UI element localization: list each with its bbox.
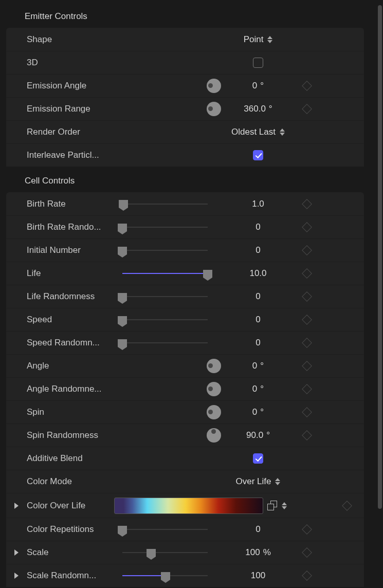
- row-3d: 3D: [6, 51, 364, 74]
- stepper-icon: [275, 478, 280, 485]
- keyframe-life-rand[interactable]: [302, 291, 312, 302]
- stepper-icon[interactable]: [282, 502, 287, 509]
- value-spin[interactable]: 0°: [222, 407, 294, 417]
- slider-color-repetitions[interactable]: [119, 524, 211, 535]
- label-additive-blend: Additive Blend: [27, 453, 119, 464]
- slider-life[interactable]: [119, 268, 211, 279]
- row-speed-rand: Speed Randomn... 0: [6, 331, 364, 354]
- slider-speed-rand[interactable]: [119, 338, 211, 348]
- disclosure-scale[interactable]: [14, 549, 19, 556]
- slider-birth-rate[interactable]: [119, 199, 211, 209]
- value-speed-rand[interactable]: 0: [222, 338, 294, 348]
- label-interleave: Interleave Particl...: [27, 150, 119, 160]
- cell-section: Birth Rate 1.0 Birth Rate Rando... 0: [6, 192, 364, 587]
- stepper-icon: [267, 36, 272, 43]
- slider-birth-rate-rand[interactable]: [119, 222, 211, 232]
- slider-speed[interactable]: [119, 315, 211, 325]
- color-mode-value: Over Life: [236, 476, 271, 487]
- row-additive-blend: Additive Blend: [6, 447, 364, 470]
- row-shape: Shape Point: [6, 28, 364, 51]
- value-initial-number[interactable]: 0: [222, 245, 294, 255]
- row-life-rand: Life Randomness 0: [6, 285, 364, 308]
- row-emission-range: Emission Range 360.0 °: [6, 97, 364, 120]
- keyframe-spin[interactable]: [302, 407, 312, 417]
- value-birth-rate-rand[interactable]: 0: [222, 222, 294, 232]
- slider-scale-rand[interactable]: [119, 571, 211, 581]
- row-angle: Angle 0°: [6, 354, 364, 377]
- keyframe-life[interactable]: [302, 268, 312, 279]
- dial-emission-range[interactable]: [207, 102, 221, 116]
- dial-emission-angle[interactable]: [207, 79, 221, 93]
- disclosure-scale-rand[interactable]: [14, 573, 19, 579]
- checkbox-interleave[interactable]: [253, 150, 263, 160]
- value-life[interactable]: 10.0: [222, 268, 294, 279]
- checkbox-3d[interactable]: [253, 58, 263, 68]
- row-color-repetitions: Color Repetitions 0: [6, 518, 364, 541]
- keyframe-angle-rand[interactable]: [302, 384, 312, 394]
- row-initial-number: Initial Number 0: [6, 238, 364, 262]
- row-spin-rand: Spin Randomness 90.0°: [6, 424, 364, 447]
- stepper-icon: [280, 128, 285, 136]
- label-life-rand: Life Randomness: [27, 291, 119, 302]
- label-speed-rand: Speed Randomn...: [27, 338, 119, 348]
- keyframe-birth-rate[interactable]: [302, 199, 312, 209]
- row-color-over-life: Color Over Life: [6, 493, 364, 518]
- gradient-preset-icon[interactable]: [267, 501, 278, 511]
- value-emission-range[interactable]: 360.0 °: [222, 104, 294, 114]
- label-3d: 3D: [27, 58, 119, 68]
- label-angle: Angle: [27, 361, 119, 371]
- value-scale[interactable]: 100%: [222, 547, 294, 558]
- keyframe-spin-rand[interactable]: [302, 430, 312, 440]
- keyframe-initial-number[interactable]: [302, 245, 312, 255]
- label-shape: Shape: [27, 34, 119, 45]
- scrollbar[interactable]: [378, 5, 382, 509]
- keyframe-angle[interactable]: [302, 361, 312, 371]
- slider-initial-number[interactable]: [119, 245, 211, 255]
- slider-scale[interactable]: [119, 547, 211, 558]
- row-interleave: Interleave Particl...: [6, 143, 364, 167]
- slider-life-rand[interactable]: [119, 291, 211, 302]
- inspector-panel: Emitter Controls Shape Point 3D: [0, 0, 370, 587]
- label-emission-range: Emission Range: [27, 104, 119, 114]
- checkbox-additive-blend[interactable]: [253, 453, 263, 464]
- label-scale: Scale: [27, 547, 119, 558]
- shape-select[interactable]: Point: [244, 34, 273, 45]
- value-scale-rand[interactable]: 100: [222, 571, 294, 581]
- dial-angle[interactable]: [207, 359, 221, 373]
- value-birth-rate[interactable]: 1.0: [222, 199, 294, 209]
- row-scale: Scale 100%: [6, 541, 364, 564]
- value-life-rand[interactable]: 0: [222, 291, 294, 302]
- value-angle-rand[interactable]: 0°: [222, 384, 294, 394]
- label-render-order: Render Order: [27, 127, 119, 137]
- keyframe-emission-range[interactable]: [302, 104, 312, 114]
- keyframe-color-repetitions[interactable]: [302, 524, 312, 535]
- emitter-section: Shape Point 3D Emission Angle: [6, 28, 364, 167]
- row-life: Life 10.0: [6, 262, 364, 285]
- label-spin: Spin: [27, 407, 119, 417]
- disclosure-color-over-life[interactable]: [14, 503, 19, 509]
- label-speed: Speed: [27, 315, 119, 325]
- color-mode-select[interactable]: Over Life: [236, 476, 281, 487]
- keyframe-scale-rand[interactable]: [302, 571, 312, 581]
- keyframe-emission-angle[interactable]: [302, 81, 312, 91]
- keyframe-speed[interactable]: [302, 315, 312, 325]
- value-color-repetitions[interactable]: 0: [222, 524, 294, 535]
- row-render-order: Render Order Oldest Last: [6, 120, 364, 143]
- value-emission-angle[interactable]: 0 °: [222, 81, 294, 91]
- row-birth-rate: Birth Rate 1.0: [6, 192, 364, 215]
- keyframe-birth-rate-rand[interactable]: [302, 222, 312, 232]
- value-spin-rand[interactable]: 90.0°: [222, 430, 294, 440]
- section-header-cell: Cell Controls: [0, 170, 370, 192]
- gradient-color-over-life[interactable]: [114, 498, 263, 514]
- keyframe-speed-rand[interactable]: [302, 338, 312, 348]
- value-speed[interactable]: 0: [222, 315, 294, 325]
- keyframe-scale[interactable]: [302, 547, 312, 558]
- keyframe-color-over-life[interactable]: [342, 501, 352, 511]
- dial-spin[interactable]: [207, 405, 221, 419]
- dial-angle-rand[interactable]: [207, 382, 221, 396]
- dial-spin-rand[interactable]: [207, 428, 221, 443]
- row-scale-rand: Scale Randomn... 100: [6, 564, 364, 587]
- value-angle[interactable]: 0°: [222, 361, 294, 371]
- render-order-select[interactable]: Oldest Last: [231, 127, 285, 137]
- label-color-mode: Color Mode: [27, 476, 119, 487]
